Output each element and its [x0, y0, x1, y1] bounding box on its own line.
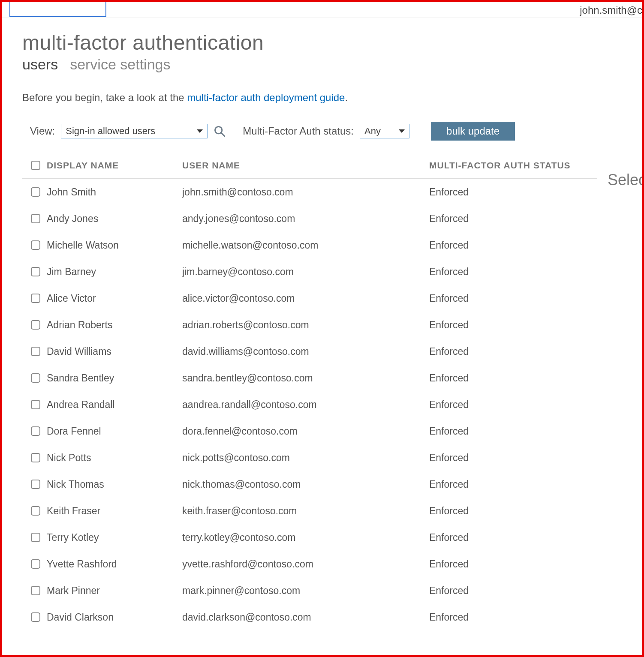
- cell-status: Enforced: [429, 558, 597, 570]
- cell-status: Enforced: [429, 399, 597, 411]
- bulk-update-button[interactable]: bulk update: [431, 122, 515, 141]
- column-header-user-name[interactable]: USER NAME: [182, 160, 429, 171]
- cell-display-name: Dora Fennel: [47, 426, 182, 437]
- table-row[interactable]: David Williamsdavid.williams@contoso.com…: [22, 338, 597, 365]
- cell-display-name: Mark Pinner: [47, 585, 182, 597]
- intro-text: Before you begin, take a look at the mul…: [22, 92, 642, 104]
- row-checkbox[interactable]: [31, 187, 40, 197]
- filter-row: View: Sign-in allowed users Multi-Factor…: [22, 122, 642, 141]
- cell-status: Enforced: [429, 479, 597, 490]
- table-row[interactable]: Nick Pottsnick.potts@contoso.comEnforced: [22, 444, 597, 471]
- cell-status: Enforced: [429, 293, 597, 304]
- page-title: multi-factor authentication: [22, 31, 642, 54]
- tabs: users service settings: [22, 56, 642, 73]
- mfa-status-select[interactable]: Any: [360, 124, 409, 138]
- cell-status: Enforced: [429, 426, 597, 437]
- table-row[interactable]: David Clarksondavid.clarkson@contoso.com…: [22, 604, 597, 630]
- table-row[interactable]: Keith Fraserkeith.fraser@contoso.comEnfo…: [22, 498, 597, 524]
- cell-user-name: aandrea.randall@contoso.com: [182, 399, 429, 411]
- row-checkbox[interactable]: [31, 373, 40, 383]
- table-row[interactable]: Adrian Robertsadrian.roberts@contoso.com…: [22, 312, 597, 338]
- current-user-email: john.smith@c: [580, 4, 642, 16]
- cell-status: Enforced: [429, 346, 597, 357]
- users-table: DISPLAY NAME USER NAME MULTI-FACTOR AUTH…: [44, 152, 597, 630]
- cell-status: Enforced: [429, 319, 597, 331]
- column-header-status[interactable]: MULTI-FACTOR AUTH STATUS: [429, 160, 597, 171]
- table-row[interactable]: Michelle Watsonmichelle.watson@contoso.c…: [22, 232, 597, 258]
- table-header: DISPLAY NAME USER NAME MULTI-FACTOR AUTH…: [22, 152, 597, 179]
- cell-user-name: keith.fraser@contoso.com: [182, 505, 429, 517]
- cell-user-name: david.williams@contoso.com: [182, 346, 429, 357]
- table-row[interactable]: Andrea Randallaandrea.randall@contoso.co…: [22, 391, 597, 418]
- view-label: View:: [30, 125, 55, 137]
- table-row[interactable]: Dora Fenneldora.fennel@contoso.comEnforc…: [22, 418, 597, 444]
- row-checkbox[interactable]: [31, 267, 40, 276]
- cell-user-name: terry.kotley@contoso.com: [182, 532, 429, 543]
- cell-display-name: David Williams: [47, 346, 182, 357]
- view-select-value: Sign-in allowed users: [66, 126, 155, 137]
- cell-display-name: John Smith: [47, 186, 182, 198]
- cell-user-name: john.smith@contoso.com: [182, 186, 429, 198]
- row-checkbox[interactable]: [31, 453, 40, 462]
- cell-user-name: jim.barney@contoso.com: [182, 266, 429, 278]
- row-checkbox[interactable]: [31, 586, 40, 595]
- deployment-guide-link[interactable]: multi-factor auth deployment guide: [187, 92, 345, 103]
- cell-display-name: Andrea Randall: [47, 399, 182, 411]
- cell-display-name: Terry Kotley: [47, 532, 182, 543]
- row-checkbox[interactable]: [31, 240, 40, 250]
- topbar: john.smith@c: [2, 2, 642, 18]
- row-checkbox[interactable]: [31, 214, 40, 223]
- table-row[interactable]: Terry Kotleyterry.kotley@contoso.comEnfo…: [22, 524, 597, 551]
- row-checkbox[interactable]: [31, 480, 40, 489]
- side-panel-heading: Select: [608, 171, 642, 189]
- cell-status: Enforced: [429, 372, 597, 384]
- svg-line-1: [221, 133, 225, 136]
- row-checkbox[interactable]: [31, 559, 40, 569]
- row-checkbox[interactable]: [31, 400, 40, 409]
- row-checkbox[interactable]: [31, 506, 40, 516]
- cell-display-name: Michelle Watson: [47, 240, 182, 251]
- row-checkbox[interactable]: [31, 533, 40, 542]
- table-row[interactable]: Alice Victoralice.victor@contoso.comEnfo…: [22, 285, 597, 312]
- intro-prefix: Before you begin, take a look at the: [22, 92, 187, 103]
- cell-display-name: Jim Barney: [47, 266, 182, 278]
- row-checkbox[interactable]: [31, 612, 40, 622]
- select-all-checkbox[interactable]: [31, 161, 40, 170]
- cell-user-name: mark.pinner@contoso.com: [182, 585, 429, 597]
- tab-service-settings[interactable]: service settings: [70, 56, 170, 73]
- chevron-down-icon: [399, 129, 405, 133]
- table-row[interactable]: Yvette Rashfordyvette.rashford@contoso.c…: [22, 551, 597, 577]
- cell-user-name: david.clarkson@contoso.com: [182, 612, 429, 623]
- cell-status: Enforced: [429, 532, 597, 543]
- cell-status: Enforced: [429, 585, 597, 597]
- table-row[interactable]: John Smithjohn.smith@contoso.comEnforced: [22, 179, 597, 205]
- blank-tab[interactable]: [9, 2, 106, 17]
- cell-user-name: dora.fennel@contoso.com: [182, 426, 429, 437]
- cell-display-name: Andy Jones: [47, 213, 182, 225]
- table-row[interactable]: Sandra Bentleysandra.bentley@contoso.com…: [22, 365, 597, 391]
- row-checkbox[interactable]: [31, 320, 40, 330]
- cell-user-name: nick.thomas@contoso.com: [182, 479, 429, 490]
- row-checkbox[interactable]: [31, 426, 40, 436]
- cell-status: Enforced: [429, 186, 597, 198]
- column-header-display-name[interactable]: DISPLAY NAME: [47, 160, 182, 171]
- cell-status: Enforced: [429, 452, 597, 464]
- chevron-down-icon: [197, 129, 203, 133]
- cell-status: Enforced: [429, 266, 597, 278]
- cell-user-name: sandra.bentley@contoso.com: [182, 372, 429, 384]
- cell-status: Enforced: [429, 612, 597, 623]
- row-checkbox[interactable]: [31, 347, 40, 356]
- row-checkbox[interactable]: [31, 294, 40, 303]
- table-row[interactable]: Nick Thomasnick.thomas@contoso.comEnforc…: [22, 471, 597, 498]
- cell-display-name: Nick Potts: [47, 452, 182, 464]
- cell-display-name: Adrian Roberts: [47, 319, 182, 331]
- cell-status: Enforced: [429, 240, 597, 251]
- cell-user-name: michelle.watson@contoso.com: [182, 240, 429, 251]
- tab-users[interactable]: users: [22, 56, 58, 73]
- view-select[interactable]: Sign-in allowed users: [61, 124, 208, 138]
- table-row[interactable]: Jim Barneyjim.barney@contoso.comEnforced: [22, 258, 597, 285]
- cell-user-name: adrian.roberts@contoso.com: [182, 319, 429, 331]
- search-icon[interactable]: [214, 125, 226, 137]
- table-row[interactable]: Andy Jonesandy.jones@contoso.comEnforced: [22, 205, 597, 232]
- table-row[interactable]: Mark Pinnermark.pinner@contoso.comEnforc…: [22, 577, 597, 604]
